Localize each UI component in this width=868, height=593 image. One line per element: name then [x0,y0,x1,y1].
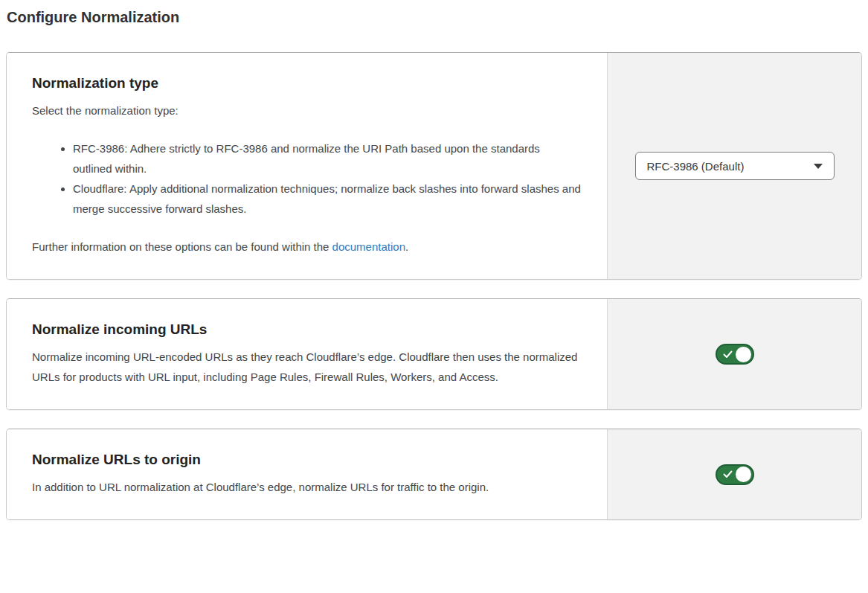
normalization-type-selected-value: RFC-3986 (Default) [647,160,745,173]
normalize-incoming-urls-description: Normalize incoming URL-encoded URLs as t… [32,347,579,387]
check-icon [723,350,733,359]
card-normalize-urls-to-origin-control-panel [607,429,861,519]
card-normalize-incoming-urls: Normalize incoming URLs Normalize incomi… [6,298,862,410]
documentation-link[interactable]: documentation [332,240,405,253]
card-normalization-type-content: Normalization type Select the normalizat… [7,53,607,279]
card-normalize-incoming-urls-control-panel [607,299,861,409]
card-normalize-urls-to-origin: Normalize URLs to origin In addition to … [6,429,862,520]
normalize-incoming-urls-toggle[interactable] [716,344,754,365]
normalization-type-heading: Normalization type [32,75,582,92]
card-normalization-type-control-panel: RFC-3986 (Default) [607,53,861,279]
page-title: Configure Normalization [7,9,862,26]
normalize-urls-to-origin-description: In addition to URL normalization at Clou… [32,477,579,497]
normalization-type-intro: Select the normalization type: [32,100,579,121]
further-information-prefix: Further information on these options can… [32,240,332,253]
toggle-knob [736,347,751,362]
configure-normalization-page: Configure Normalization Normalization ty… [6,9,862,520]
check-icon [723,470,733,478]
chevron-down-icon [814,164,823,169]
normalize-urls-to-origin-heading: Normalize URLs to origin [32,452,582,468]
normalize-urls-to-origin-toggle[interactable] [716,464,754,485]
normalize-incoming-urls-heading: Normalize incoming URLs [32,321,582,338]
further-information-suffix: . [405,240,408,253]
toggle-knob [736,467,751,482]
normalization-options-list: RFC-3986: Adhere strictly to RFC-3986 an… [32,138,582,219]
bullet-rfc-3986: RFC-3986: Adhere strictly to RFC-3986 an… [73,138,582,179]
card-normalize-urls-to-origin-content: Normalize URLs to origin In addition to … [7,429,607,519]
bullet-cloudflare: Cloudflare: Apply additional normalizati… [73,179,582,219]
card-normalization-type: Normalization type Select the normalizat… [6,52,862,280]
card-normalize-incoming-urls-content: Normalize incoming URLs Normalize incomi… [7,299,607,409]
further-information-text: Further information on these options can… [32,237,579,257]
normalization-type-select[interactable]: RFC-3986 (Default) [635,152,835,180]
